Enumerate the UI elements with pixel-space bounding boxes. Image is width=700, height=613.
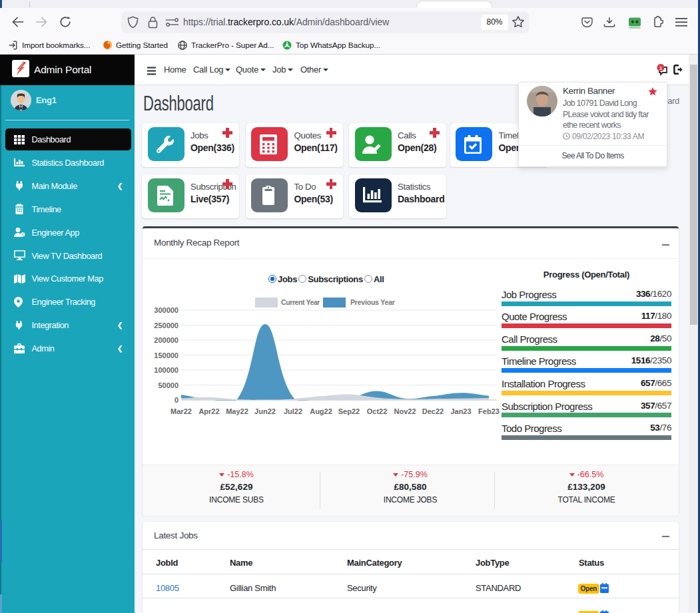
svg-text:100000: 100000 <box>154 366 178 374</box>
svg-text:50000: 50000 <box>158 381 178 389</box>
svg-text:Nov22: Nov22 <box>394 407 416 415</box>
svg-text:Jul22: Jul22 <box>284 407 302 415</box>
svg-text:Dec22: Dec22 <box>422 407 444 415</box>
svg-text:250000: 250000 <box>154 321 178 329</box>
svg-text:Sep22: Sep22 <box>338 407 360 415</box>
svg-text:0: 0 <box>175 396 178 404</box>
svg-text:Jan23: Jan23 <box>450 407 471 415</box>
svg-text:Jun22: Jun22 <box>254 407 276 415</box>
svg-text:200000: 200000 <box>154 336 178 344</box>
svg-text:Mar22: Mar22 <box>171 407 192 415</box>
svg-text:300000: 300000 <box>154 306 178 314</box>
svg-text:150000: 150000 <box>154 351 178 359</box>
svg-text:1: 1 <box>659 65 663 71</box>
svg-text:Apr22: Apr22 <box>198 407 219 415</box>
svg-text:Aug22: Aug22 <box>310 407 332 415</box>
svg-text:Feb23: Feb23 <box>478 407 500 415</box>
svg-text:May22: May22 <box>226 407 248 415</box>
svg-text:Oct22: Oct22 <box>367 407 388 415</box>
